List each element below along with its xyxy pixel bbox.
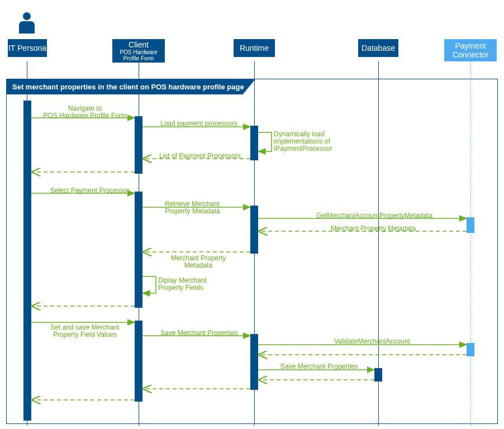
msg-get-merchant-meta: GetMerchantAccountPropertyMetadata <box>316 212 432 220</box>
msg-merchant-meta-back: Merchant PropertyMetadata <box>162 255 235 269</box>
msg-list-processors: List of Payment Processors <box>159 152 241 160</box>
msg-select-processor: Select Payment Processor <box>50 187 129 194</box>
msg-set-save: Set and save MerchantProperty Field Valu… <box>40 324 130 339</box>
msg-display-fields: Diplay MerchantProperty Fields <box>158 277 207 292</box>
msg-navigate: Navigate toPOS Hardware Profile Form <box>40 105 130 120</box>
msg-validate: ValidateMerchantAccount <box>334 338 410 345</box>
sequence-diagram: IT Persona Client POS Hardware Profile F… <box>0 0 504 429</box>
msg-merchant-meta-return: Merchant Property Metadata <box>331 225 416 232</box>
msg-dynamic-load: Dynamically loadimplementations ofIPayme… <box>274 131 332 152</box>
msg-retrieve-meta: Retrieve MerchantProperty Metadata <box>165 201 220 215</box>
msg-load-processors: Load payment processors <box>160 120 237 127</box>
msg-save-props: Save Merchant Properties <box>160 330 238 337</box>
msg-save-props-db: Save Merchant Properties <box>280 363 358 370</box>
